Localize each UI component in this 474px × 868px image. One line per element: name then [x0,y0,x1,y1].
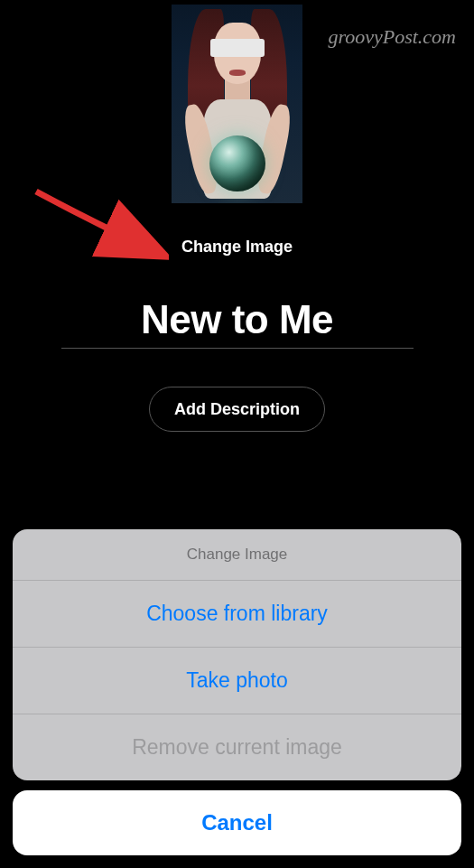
playlist-title-text: New to Me [61,297,414,342]
playlist-title-input[interactable]: New to Me [61,297,414,342]
action-sheet-options-group: Change Image Choose from library Take ph… [13,529,461,780]
choose-from-library-option[interactable]: Choose from library [13,581,461,648]
take-photo-option[interactable]: Take photo [13,648,461,714]
action-sheet: Change Image Choose from library Take ph… [13,529,461,855]
remove-current-image-option: Remove current image [13,714,461,780]
action-sheet-title: Change Image [13,529,461,581]
change-image-link[interactable]: Change Image [0,238,474,257]
playlist-cover-image[interactable] [172,5,302,203]
cancel-button[interactable]: Cancel [13,790,461,855]
add-description-button[interactable]: Add Description [149,387,325,432]
cover-art-illustration [179,5,296,203]
title-underline [61,348,414,349]
watermark-text: groovyPost.com [328,25,456,49]
